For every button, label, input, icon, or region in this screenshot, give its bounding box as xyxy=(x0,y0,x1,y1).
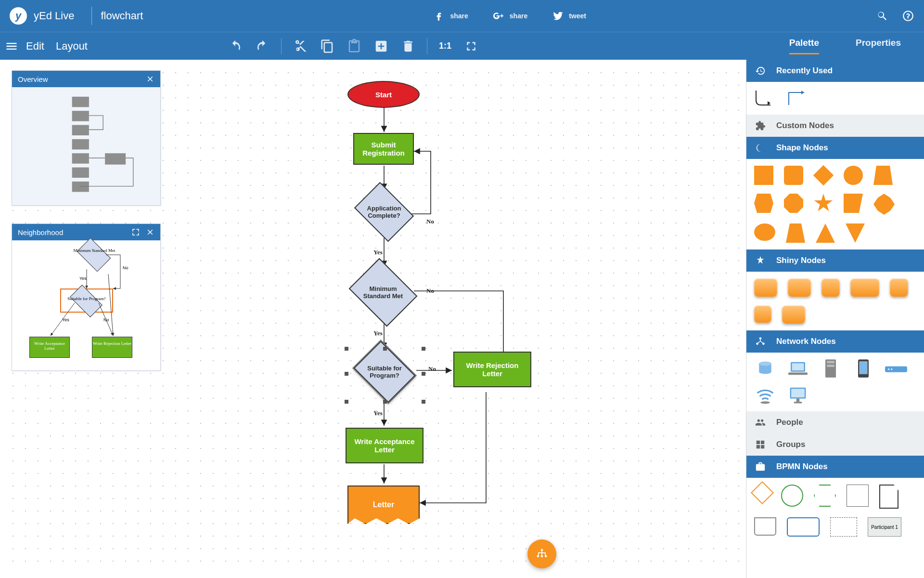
menu-edit[interactable]: Edit xyxy=(26,40,44,53)
svg-rect-33 xyxy=(827,361,834,363)
shape-trapezoid[interactable] xyxy=(873,166,893,185)
delete-icon[interactable] xyxy=(401,39,415,53)
cat-groups[interactable]: Groups xyxy=(746,434,924,456)
svg-point-23 xyxy=(545,555,547,557)
router-icon[interactable] xyxy=(885,359,907,378)
bpmn-task[interactable] xyxy=(787,517,820,537)
shape-star8[interactable] xyxy=(873,194,895,215)
bpmn-event[interactable] xyxy=(781,485,803,507)
bpmn-dataobject[interactable] xyxy=(879,485,898,509)
cat-bpmn[interactable]: BPMN Nodes xyxy=(746,456,924,478)
svg-rect-30 xyxy=(792,363,804,370)
bpmn-datastore[interactable] xyxy=(754,517,776,536)
twitter-share-button[interactable]: tweet xyxy=(552,10,586,22)
node-letter: Letter xyxy=(347,486,420,524)
shiny-5[interactable] xyxy=(890,278,908,297)
svg-rect-1 xyxy=(72,111,89,121)
paste-icon[interactable] xyxy=(347,39,361,53)
cut-icon[interactable] xyxy=(293,39,308,53)
shape-parallelogram[interactable] xyxy=(844,194,863,213)
cat-recent[interactable]: Recently Used xyxy=(746,60,924,82)
svg-point-24 xyxy=(759,337,762,340)
neighborhood-body[interactable]: Minimum Standard Met Suitable for Progra… xyxy=(12,240,160,370)
palette-sidebar: Recently Used Custom Nodes Shape Nodes xyxy=(746,60,924,578)
document-title[interactable]: flowchart xyxy=(101,10,143,22)
redo-icon[interactable] xyxy=(255,39,270,53)
laptop-icon[interactable] xyxy=(787,359,809,378)
phone-icon[interactable] xyxy=(852,359,874,378)
close-icon[interactable] xyxy=(146,228,154,236)
svg-rect-46 xyxy=(761,441,764,444)
zoom-fit-button[interactable]: 1:1 xyxy=(435,41,455,51)
svg-rect-36 xyxy=(859,361,867,374)
groups-icon xyxy=(755,439,766,450)
cat-shape[interactable]: Shape Nodes xyxy=(746,137,924,159)
bpmn-gateway[interactable] xyxy=(751,481,774,504)
flowchart[interactable]: Start Submit Registration Application Co… xyxy=(332,74,592,527)
help-icon[interactable] xyxy=(902,10,914,22)
shiny-1[interactable] xyxy=(754,278,777,297)
googleplus-share-button[interactable]: share xyxy=(492,10,527,22)
shiny-4[interactable] xyxy=(850,278,879,297)
shape-triangle[interactable] xyxy=(816,223,835,243)
server-icon[interactable] xyxy=(820,359,842,378)
shape-octagon[interactable] xyxy=(784,194,803,213)
shiny-7[interactable] xyxy=(782,305,805,324)
neighborhood-panel: Neighborhood Minimum Standard Met Suitab… xyxy=(12,223,161,371)
ortho-connector-icon[interactable] xyxy=(787,89,809,108)
cat-custom[interactable]: Custom Nodes xyxy=(746,115,924,137)
overview-title: Overview xyxy=(18,75,48,83)
shape-rounded[interactable] xyxy=(784,166,803,185)
svg-point-39 xyxy=(891,368,892,370)
shape-circle[interactable] xyxy=(844,166,863,185)
monitor-icon[interactable] xyxy=(787,386,809,405)
menu-layout[interactable]: Layout xyxy=(56,40,88,53)
bpmn-group[interactable] xyxy=(830,517,857,537)
undo-icon[interactable] xyxy=(228,39,243,53)
cat-people[interactable]: People xyxy=(746,411,924,434)
googleplus-icon xyxy=(492,10,505,22)
svg-rect-5 xyxy=(105,153,126,164)
bpmn-participant[interactable]: Participant 1 xyxy=(868,517,901,537)
fab-button[interactable] xyxy=(527,539,556,568)
cat-network[interactable]: Network Nodes xyxy=(746,330,924,353)
app-logo[interactable]: y xyxy=(10,7,27,25)
svg-rect-7 xyxy=(72,182,89,192)
svg-rect-47 xyxy=(757,445,760,448)
fullscreen-icon[interactable] xyxy=(464,39,478,53)
copy-icon[interactable] xyxy=(320,39,334,53)
search-icon[interactable] xyxy=(876,10,888,22)
shape-hexagon[interactable] xyxy=(754,194,773,213)
expand-icon[interactable] xyxy=(131,228,140,236)
close-icon[interactable] xyxy=(146,75,154,83)
node-rejletter: Write Rejection Letter xyxy=(453,352,531,387)
shiny-2[interactable] xyxy=(788,278,811,297)
duplicate-icon[interactable] xyxy=(374,39,388,53)
database-icon[interactable] xyxy=(754,359,776,378)
svg-text:Yes: Yes xyxy=(62,317,69,322)
shape-triangle-down[interactable] xyxy=(846,223,865,243)
bpmn-hexagon[interactable] xyxy=(814,485,836,507)
cat-shiny[interactable]: Shiny Nodes xyxy=(746,250,924,272)
tab-properties[interactable]: Properties xyxy=(837,30,919,62)
arc-connector-icon[interactable] xyxy=(754,89,776,108)
tab-palette[interactable]: Palette xyxy=(771,30,837,62)
menu-icon[interactable] xyxy=(5,39,18,53)
facebook-share-button[interactable]: share xyxy=(433,10,468,22)
shape-star5[interactable] xyxy=(814,194,833,213)
shiny-6[interactable] xyxy=(754,305,771,323)
facebook-icon xyxy=(433,10,445,22)
puzzle-icon xyxy=(755,120,766,131)
shape-diamond[interactable] xyxy=(813,165,834,185)
sparkle-icon xyxy=(755,255,766,266)
svg-rect-6 xyxy=(72,168,89,178)
shape-ellipse[interactable] xyxy=(754,223,775,241)
shiny-3[interactable] xyxy=(821,278,840,297)
shape-square[interactable] xyxy=(754,166,773,185)
bpmn-annotation[interactable] xyxy=(847,485,869,507)
node-start: Start xyxy=(347,81,420,108)
network-icon xyxy=(755,336,766,347)
overview-body[interactable] xyxy=(12,87,160,205)
shape-trapezoid2[interactable] xyxy=(786,223,805,243)
wifi-icon[interactable] xyxy=(754,386,776,405)
